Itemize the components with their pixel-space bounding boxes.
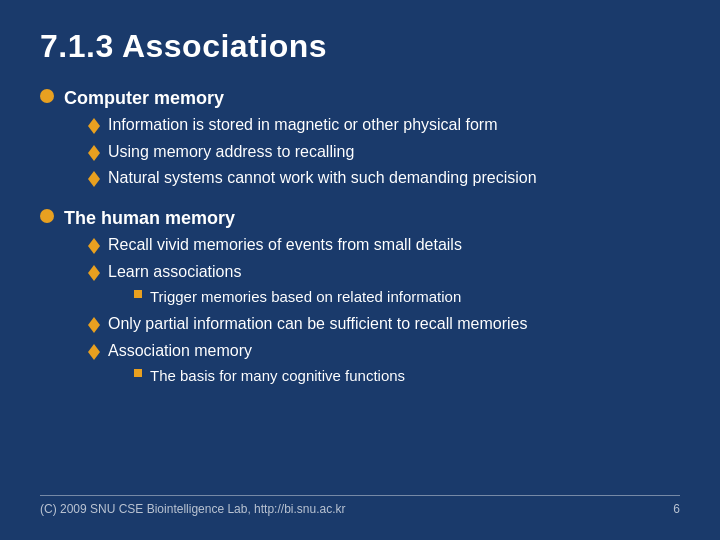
list-item: Recall vivid memories of events from sma… [88,233,527,258]
page-number: 6 [673,502,680,516]
diamond-icon [88,238,100,246]
diamond-icon [88,145,100,153]
slide-content: Computer memory Information is stored in… [40,85,680,495]
sub-item-text: Trigger memories based on related inform… [150,285,461,308]
item-text: Information is stored in magnetic or oth… [108,113,498,138]
list-item: Association memory The basis for many co… [88,339,527,389]
list-item: Natural systems cannot work with such de… [88,166,537,191]
item-text: Using memory address to recalling [108,140,354,165]
item-text: Association memory [108,342,252,359]
item-text: Learn associations [108,263,241,280]
diamond-icon [88,344,100,352]
list-item: Using memory address to recalling [88,140,537,165]
section-computer-memory: Computer memory Information is stored in… [40,85,680,195]
square-icon [134,290,142,298]
sub-items: Trigger memories based on related inform… [134,285,461,308]
list-item: The basis for many cognitive functions [134,364,405,387]
section-human-memory: The human memory Recall vivid memories o… [40,205,680,393]
item-text: Recall vivid memories of events from sma… [108,233,462,258]
square-icon [134,369,142,377]
section2-label: The human memory [64,208,235,228]
bullet-circle-2 [40,209,54,223]
section1-label: Computer memory [64,88,224,108]
sub-items: The basis for many cognitive functions [134,364,405,387]
copyright-text: (C) 2009 SNU CSE Biointelligence Lab, ht… [40,502,345,516]
item-text: Only partial information can be sufficie… [108,312,527,337]
item-text: Natural systems cannot work with such de… [108,166,537,191]
diamond-icon [88,317,100,325]
slide: 7.1.3 Associations Computer memory Infor… [0,0,720,540]
list-item: Information is stored in magnetic or oth… [88,113,537,138]
slide-footer: (C) 2009 SNU CSE Biointelligence Lab, ht… [40,495,680,516]
diamond-icon [88,265,100,273]
section2-items: Recall vivid memories of events from sma… [88,233,527,389]
bullet-circle-1 [40,89,54,103]
list-item: Only partial information can be sufficie… [88,312,527,337]
diamond-icon [88,171,100,179]
diamond-icon [88,118,100,126]
slide-title: 7.1.3 Associations [40,28,680,65]
sub-item-text: The basis for many cognitive functions [150,364,405,387]
list-item: Learn associations Trigger memories base… [88,260,527,310]
section1-items: Information is stored in magnetic or oth… [88,113,537,191]
list-item: Trigger memories based on related inform… [134,285,461,308]
